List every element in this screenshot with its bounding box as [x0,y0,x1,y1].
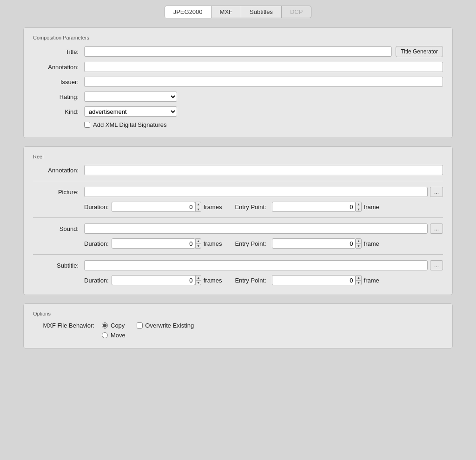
subtitle-duration-arrows: ▲ ▼ [195,275,201,285]
kind-label: Kind: [33,108,84,115]
overwrite-checkbox-group: Overwrite Existing [137,322,194,329]
picture-frame-label: frame [364,204,379,210]
mxf-behavior-row: MXF File Behavior: Copy Overwrite Existi… [33,322,443,329]
move-radio-row: Move [102,332,443,339]
kind-row: Kind: advertisement feature trailer shor… [33,106,443,117]
picture-entry-input[interactable] [272,202,356,212]
move-label: Move [111,332,126,339]
title-generator-button[interactable]: Title Generator [396,46,443,57]
sound-entry-group: Entry Point: ▲ ▼ frame [235,238,379,249]
annotation-row: Annotation: [33,62,443,72]
options-section-title: Options [33,311,443,316]
tab-subtitles[interactable]: Subtitles [241,6,282,18]
issuer-control [84,77,443,87]
kind-control: advertisement feature trailer short test… [84,106,443,117]
subtitle-entry-spinner: ▲ ▼ [272,275,362,285]
tab-dcp: DCP [282,6,311,18]
sound-entry-down[interactable]: ▼ [356,244,361,249]
tab-mxf[interactable]: MXF [212,6,241,18]
sound-duration-arrows: ▲ ▼ [195,238,201,249]
issuer-label: Issuer: [33,79,84,85]
kind-select-wrap: advertisement feature trailer short test… [84,106,443,117]
copy-label: Copy [111,322,125,329]
rating-select-wrap [84,92,443,102]
xml-sig-checkbox[interactable] [84,122,90,128]
picture-label: Picture: [33,189,84,196]
issuer-input[interactable] [84,77,443,87]
tab-bar: JPEG2000 MXF Subtitles DCP [0,0,476,18]
kind-select[interactable]: advertisement feature trailer short test… [84,106,177,117]
sound-label: Sound: [33,225,84,232]
copy-radio[interactable] [102,322,108,329]
picture-entry-down[interactable]: ▼ [356,207,361,212]
composition-section: Composition Parameters Title: Title Gene… [23,27,453,138]
tab-jpeg2000[interactable]: JPEG2000 [165,6,212,18]
reel-annotation-input[interactable] [84,165,443,175]
rating-label: Rating: [33,93,84,100]
subtitle-label: Subtitle: [33,262,84,269]
sound-duration-down[interactable]: ▼ [196,244,200,249]
subtitle-control: ... [84,260,443,270]
picture-entry-label: Entry Point: [235,204,266,210]
annotation-input[interactable] [84,62,443,72]
picture-duration-input[interactable] [112,202,196,212]
reel-section: Reel Annotation: Picture: ... Duration: … [23,146,453,295]
sound-entry-arrows: ▲ ▼ [356,238,361,249]
subtitle-entry-input[interactable] [272,275,356,285]
picture-control: ... [84,187,443,197]
subtitle-entry-label: Entry Point: [235,277,266,284]
sound-duration-spinner: ▲ ▼ [112,238,201,249]
subtitle-duration-input[interactable] [112,275,196,285]
subtitle-input[interactable] [84,260,428,270]
sound-sub-row: Duration: ▲ ▼ frames Entry Point: ▲ ▼ [84,238,443,249]
title-row: Title: Title Generator [33,46,443,57]
sound-duration-input[interactable] [112,238,196,249]
mxf-behavior-label: MXF File Behavior: [33,322,98,329]
subtitle-duration-up[interactable]: ▲ [196,276,200,281]
reel-section-title: Reel [33,154,443,159]
picture-duration-arrows: ▲ ▼ [195,202,201,212]
annotation-label: Annotation: [33,64,84,71]
reel-annotation-control [84,165,443,175]
subtitle-duration-label: Duration: [84,277,109,284]
picture-duration-label: Duration: [84,204,109,210]
picture-entry-up[interactable]: ▲ [356,202,361,207]
title-input[interactable] [84,46,392,57]
title-control: Title Generator [84,46,443,57]
subtitle-frame-label: frame [364,277,379,284]
xml-sig-label: Add XML Digital Signatures [93,121,167,128]
sound-entry-input[interactable] [272,238,356,249]
options-section: Options MXF File Behavior: Copy Overwrit… [23,303,453,348]
overwrite-checkbox[interactable] [137,322,143,329]
picture-entry-group: Entry Point: ▲ ▼ frame [235,202,379,212]
picture-entry-spinner: ▲ ▼ [272,202,362,212]
move-radio[interactable] [102,332,108,338]
reel-annotation-row: Annotation: [33,165,443,175]
picture-frames-label: frames [204,204,222,210]
subtitle-duration-down[interactable]: ▼ [196,281,200,285]
picture-duration-down[interactable]: ▼ [196,207,200,212]
rating-control [84,92,443,102]
picture-browse-button[interactable]: ... [430,187,443,197]
picture-duration-spinner: ▲ ▼ [112,202,201,212]
main-content: Composition Parameters Title: Title Gene… [0,18,476,371]
sound-browse-button[interactable]: ... [430,223,443,234]
picture-entry-arrows: ▲ ▼ [356,202,361,212]
composition-section-title: Composition Parameters [33,35,443,40]
subtitle-browse-button[interactable]: ... [430,260,443,270]
subtitle-entry-group: Entry Point: ▲ ▼ frame [235,275,379,285]
rating-select[interactable] [84,92,177,102]
picture-input[interactable] [84,187,428,197]
sound-duration-up[interactable]: ▲ [196,239,200,244]
title-label: Title: [33,48,84,55]
subtitle-entry-up[interactable]: ▲ [356,276,361,281]
sound-input[interactable] [84,223,428,234]
sound-control: ... [84,223,443,234]
rating-row: Rating: [33,92,443,102]
picture-duration-up[interactable]: ▲ [196,202,200,207]
sound-entry-up[interactable]: ▲ [356,239,361,244]
overwrite-label: Overwrite Existing [145,322,194,329]
subtitle-entry-down[interactable]: ▼ [356,281,361,285]
subtitle-entry-arrows: ▲ ▼ [356,275,361,285]
sound-frame-label: frame [364,240,379,247]
